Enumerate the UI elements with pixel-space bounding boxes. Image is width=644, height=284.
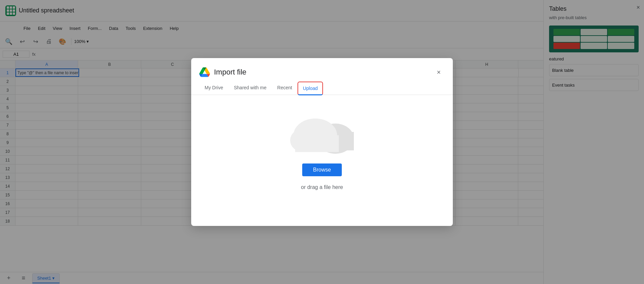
tab-my-drive[interactable]: My Drive [199,81,228,95]
close-icon: × [437,68,441,76]
drag-text: or drag a file here [301,184,343,190]
modal-header: Import file × [191,58,453,78]
upload-area: Browse or drag a file here [191,95,453,204]
browse-button[interactable]: Browse [302,163,341,176]
modal-tabs: My Drive Shared with me Recent Upload [191,78,453,95]
drive-logo-icon [199,67,210,78]
import-file-modal: Import file × My Drive Shared with me Re… [191,58,453,226]
modal-title: Import file [214,68,429,77]
tab-upload[interactable]: Upload [298,82,323,95]
tab-shared-with-me[interactable]: Shared with me [228,81,272,95]
cloud-upload-icon [288,108,356,155]
modal-close-button[interactable]: × [433,66,445,78]
tab-recent[interactable]: Recent [272,81,298,95]
svg-rect-5 [295,144,339,152]
